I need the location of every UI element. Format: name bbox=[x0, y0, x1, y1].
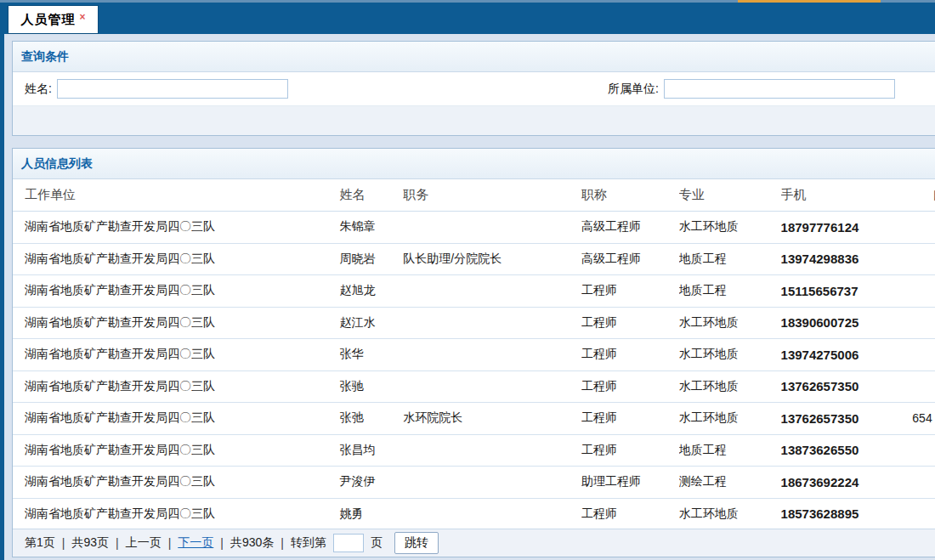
list-panel-title: 人员信息列表 bbox=[21, 156, 93, 172]
table-row[interactable]: 湖南省地质矿产勘查开发局四〇三队张华工程师水工环地质13974275006 bbox=[13, 339, 935, 371]
total-records: 共930条 bbox=[230, 535, 274, 551]
cell-major: 水工环地质 bbox=[679, 219, 781, 235]
cell-major: 地质工程 bbox=[679, 443, 781, 458]
cell-major: 水工环地质 bbox=[679, 347, 781, 362]
table-row[interactable]: 湖南省地质矿产勘查开发局四〇三队周晓岩队长助理/分院院长高级工程师地质工程139… bbox=[13, 244, 935, 276]
goto-prefix: 转到第 bbox=[291, 535, 326, 551]
cell-unit: 湖南省地质矿产勘查开发局四〇三队 bbox=[13, 410, 339, 426]
query-form-row: 姓名: 所属单位: bbox=[13, 72, 935, 105]
cell-phone: 13873626550 bbox=[781, 443, 913, 457]
cell-title: 助理工程师 bbox=[581, 474, 679, 489]
cell-unit: 湖南省地质矿产勘查开发局四〇三队 bbox=[13, 379, 339, 394]
cell-unit: 湖南省地质矿产勘查开发局四〇三队 bbox=[13, 283, 339, 298]
column-header-unit: 工作单位 bbox=[13, 187, 339, 203]
cell-unit: 湖南省地质矿产勘查开发局四〇三队 bbox=[13, 347, 339, 362]
cell-major: 水工环地质 bbox=[679, 506, 781, 522]
query-panel-footer bbox=[13, 105, 935, 135]
pagination-bar: 第1页 | 共93页 | 上一页 | 下一页 | 共930条 | 转到第 页 跳… bbox=[13, 529, 935, 557]
cell-unit: 湖南省地质矿产勘查开发局四〇三队 bbox=[13, 443, 339, 458]
total-pages: 共93页 bbox=[71, 535, 109, 551]
cell-phone: 13762657350 bbox=[781, 379, 913, 393]
cell-phone: 13974298836 bbox=[781, 252, 913, 266]
cell-title: 工程师 bbox=[581, 379, 679, 394]
column-header-name: 姓名 bbox=[339, 187, 403, 203]
list-panel-header: 人员信息列表 bbox=[13, 149, 935, 179]
cell-name: 赵江水 bbox=[339, 315, 403, 331]
cell-email: 654 bbox=[912, 411, 935, 425]
name-label: 姓名: bbox=[25, 82, 52, 97]
cell-title: 工程师 bbox=[581, 315, 679, 331]
cell-unit: 湖南省地质矿产勘查开发局四〇三队 bbox=[13, 252, 339, 267]
table-body: 湖南省地质矿产勘查开发局四〇三队朱锦章高级工程师水工环地质18797776124… bbox=[13, 212, 935, 530]
cell-phone: 13974275006 bbox=[781, 348, 913, 362]
cell-name: 张昌均 bbox=[339, 443, 403, 458]
table-row[interactable]: 湖南省地质矿产勘查开发局四〇三队张昌均工程师地质工程13873626550 bbox=[13, 435, 935, 467]
table-row[interactable]: 湖南省地质矿产勘查开发局四〇三队张驰工程师水工环地质13762657350 bbox=[13, 371, 935, 404]
next-page-link[interactable]: 下一页 bbox=[178, 535, 213, 551]
table-row[interactable]: 湖南省地质矿产勘查开发局四〇三队赵江水工程师水工环地质18390600725 bbox=[13, 308, 935, 340]
cell-unit: 湖南省地质矿产勘查开发局四〇三队 bbox=[13, 474, 339, 489]
cell-title: 工程师 bbox=[581, 506, 679, 522]
goto-suffix: 页 bbox=[371, 535, 382, 551]
table-header-row: 工作单位姓名职务职称专业手机邮箱 bbox=[13, 179, 935, 212]
unit-field: 所属单位: bbox=[608, 72, 895, 105]
cell-phone: 18390600725 bbox=[781, 315, 913, 330]
cell-name: 朱锦章 bbox=[339, 219, 403, 235]
cell-name: 赵旭龙 bbox=[339, 283, 403, 298]
cell-title: 工程师 bbox=[581, 347, 679, 362]
column-header-title: 职称 bbox=[581, 187, 679, 203]
separator: | bbox=[62, 536, 65, 550]
query-panel: 查询条件 姓名: 所属单位: bbox=[12, 41, 935, 136]
goto-button[interactable]: 跳转 bbox=[394, 532, 439, 554]
name-input[interactable] bbox=[57, 79, 288, 99]
cell-phone: 18573628895 bbox=[781, 506, 913, 521]
query-panel-header: 查询条件 bbox=[13, 42, 935, 72]
table-row[interactable]: 湖南省地质矿产勘查开发局四〇三队尹浚伊助理工程师测绘工程18673692224 bbox=[13, 467, 935, 499]
table-row[interactable]: 湖南省地质矿产勘查开发局四〇三队赵旭龙工程师地质工程15115656737 bbox=[13, 275, 935, 308]
tab-bar: 人员管理 × bbox=[0, 3, 935, 34]
cell-major: 水工环地质 bbox=[679, 410, 781, 426]
separator: | bbox=[220, 536, 224, 550]
top-edge-strip bbox=[0, 0, 935, 3]
cell-title: 高级工程师 bbox=[581, 252, 679, 267]
cell-name: 周晓岩 bbox=[339, 252, 403, 267]
personnel-list-panel: 人员信息列表 工作单位姓名职务职称专业手机邮箱 湖南省地质矿产勘查开发局四〇三队… bbox=[12, 148, 935, 557]
cell-phone: 18797776124 bbox=[781, 220, 913, 235]
column-header-phone: 手机 bbox=[781, 187, 913, 203]
table-row[interactable]: 湖南省地质矿产勘查开发局四〇三队张弛水环院院长工程师水工环地质137626573… bbox=[13, 403, 935, 435]
cell-unit: 湖南省地质矿产勘查开发局四〇三队 bbox=[13, 315, 339, 331]
separator: | bbox=[280, 536, 284, 550]
cell-position: 队长助理/分院院长 bbox=[403, 252, 581, 267]
cell-title: 工程师 bbox=[581, 410, 679, 426]
cell-major: 水工环地质 bbox=[679, 379, 781, 394]
cell-major: 地质工程 bbox=[679, 252, 781, 267]
cell-name: 张弛 bbox=[339, 410, 403, 426]
cell-phone: 18673692224 bbox=[781, 475, 913, 489]
tab-personnel-management[interactable]: 人员管理 × bbox=[8, 5, 99, 34]
top-edge-highlight bbox=[738, 0, 881, 3]
column-header-email: 邮箱 bbox=[912, 187, 935, 203]
separator: | bbox=[116, 536, 119, 550]
cell-name: 张驰 bbox=[339, 379, 403, 394]
separator: | bbox=[168, 536, 172, 550]
unit-input[interactable] bbox=[664, 79, 895, 99]
table-row[interactable]: 湖南省地质矿产勘查开发局四〇三队姚勇工程师水工环地质18573628895 bbox=[13, 499, 935, 531]
cell-phone: 15115656737 bbox=[781, 284, 913, 298]
cell-unit: 湖南省地质矿产勘查开发局四〇三队 bbox=[13, 506, 339, 522]
current-page: 第1页 bbox=[25, 535, 55, 551]
query-panel-title: 查询条件 bbox=[21, 49, 69, 65]
table-row[interactable]: 湖南省地质矿产勘查开发局四〇三队朱锦章高级工程师水工环地质18797776124 bbox=[13, 212, 935, 244]
cell-title: 工程师 bbox=[581, 443, 679, 458]
cell-title: 高级工程师 bbox=[581, 219, 679, 235]
cell-name: 张华 bbox=[339, 347, 403, 362]
cell-title: 工程师 bbox=[581, 283, 679, 298]
goto-page-input[interactable] bbox=[333, 534, 364, 552]
column-header-major: 专业 bbox=[679, 187, 781, 203]
close-icon[interactable]: × bbox=[79, 12, 85, 22]
cell-name: 尹浚伊 bbox=[339, 474, 403, 489]
unit-label: 所属单位: bbox=[608, 82, 659, 97]
prev-page-button[interactable]: 上一页 bbox=[126, 535, 162, 551]
column-header-position: 职务 bbox=[403, 187, 581, 203]
name-field: 姓名: bbox=[25, 72, 288, 105]
cell-unit: 湖南省地质矿产勘查开发局四〇三队 bbox=[13, 219, 339, 235]
